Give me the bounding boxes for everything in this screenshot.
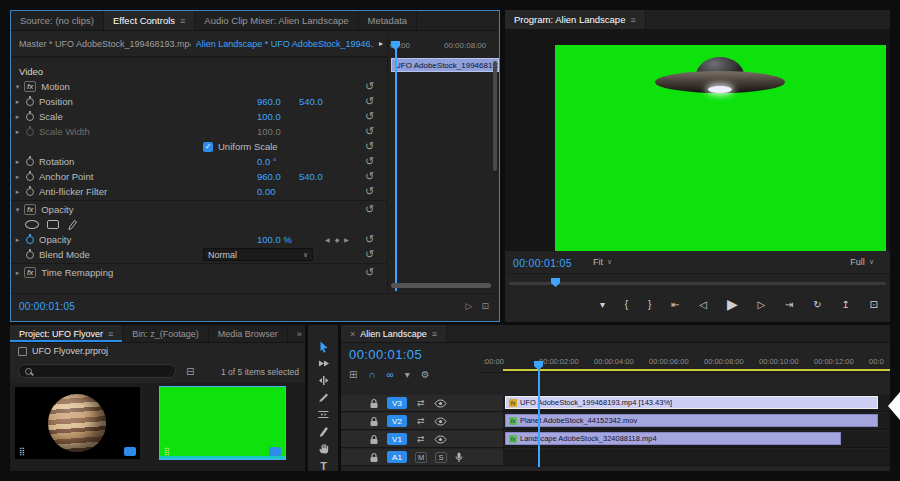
export-frame-icon[interactable]: ⊡ (870, 299, 878, 310)
sequence-clip-label[interactable]: Alien Landscape * UFO AdobeStock_19946..… (196, 39, 374, 49)
tab-sequence[interactable]: × Alien Landscape ≡ (341, 325, 447, 342)
timeline-clip-ufo[interactable]: fx UFO AdobeStock_199468193.mp4 [143.43%… (505, 396, 878, 409)
hand-tool-icon[interactable] (316, 441, 331, 456)
stopwatch-icon[interactable] (26, 158, 34, 166)
twirl-right-icon[interactable]: ▸ (11, 158, 24, 166)
panel-menu-icon[interactable]: ≡ (108, 329, 113, 339)
panel-menu-icon[interactable]: ≡ (630, 15, 635, 25)
tab-overflow-button[interactable]: » (288, 325, 305, 342)
anchor-x-value[interactable]: 960.0 (257, 171, 281, 182)
project-item-greenscreen[interactable]: ⣿ (160, 387, 285, 459)
reset-parameter-icon[interactable]: ↺ (365, 111, 374, 122)
view-options-icon[interactable]: ⊟ (186, 366, 194, 377)
track-badge[interactable]: V3 (387, 397, 407, 409)
next-keyframe-icon[interactable]: ▶ (344, 236, 349, 243)
track-lane[interactable] (503, 449, 890, 466)
lift-icon[interactable]: ↥ (841, 299, 849, 310)
sync-lock-icon[interactable]: ⇄ (417, 434, 425, 444)
blend-mode-select[interactable]: Normal ∨ (203, 248, 313, 261)
twirl-right-icon[interactable]: ▸ (11, 173, 24, 181)
mute-button[interactable]: M (415, 452, 427, 463)
reset-effect-icon[interactable]: ↺ (365, 267, 374, 278)
playback-resolution-select[interactable]: Full ∨ (850, 257, 874, 267)
reset-parameter-icon[interactable]: ↺ (365, 96, 374, 107)
track-lane[interactable]: fx Planet AdobeStock_44152342.mov (503, 413, 890, 430)
prev-keyframe-icon[interactable]: ◀ (325, 236, 330, 243)
tab-effect-controls[interactable]: Effect Controls≡ (104, 11, 195, 30)
track-lane[interactable]: fx Landscape AdobeStock_324088118.mp4 (503, 431, 890, 448)
eye-icon[interactable] (434, 435, 447, 444)
tab-program[interactable]: Program: Alien Landscape ≡ (505, 10, 646, 29)
stopwatch-icon[interactable] (26, 113, 34, 121)
lock-icon[interactable] (369, 416, 379, 427)
work-area-bar[interactable] (503, 369, 890, 371)
tab-audio-clip-mixer[interactable]: Audio Clip Mixer: Alien Landscape (195, 11, 358, 30)
eye-icon[interactable] (434, 417, 447, 426)
add-marker-icon[interactable]: ▾ (405, 369, 410, 380)
playhead-handle[interactable] (551, 278, 560, 287)
reset-parameter-icon[interactable]: ↺ (365, 156, 374, 167)
scale-value[interactable]: 100.0 (257, 111, 281, 122)
reset-effect-icon[interactable]: ↺ (365, 81, 374, 92)
playhead-line[interactable] (538, 369, 540, 467)
position-y-value[interactable]: 540.0 (299, 96, 323, 107)
lock-icon[interactable] (369, 434, 379, 445)
rotation-value[interactable]: 0.0 ° (257, 156, 277, 167)
panel-menu-icon[interactable]: ≡ (180, 16, 185, 26)
collapsed-panel-arrow[interactable] (888, 392, 900, 420)
twirl-right-icon[interactable]: ▸ (11, 113, 24, 121)
tab-metadata[interactable]: Metadata (359, 11, 418, 30)
anti-flicker-value[interactable]: 0.00 (257, 186, 276, 197)
razor-tool-icon[interactable] (316, 390, 331, 405)
twirl-down-icon[interactable]: ▾ (11, 206, 24, 214)
fx-badge-icon[interactable]: fx (24, 204, 36, 215)
reset-parameter-icon[interactable]: ↺ (365, 234, 374, 245)
program-timecode[interactable]: 00:00:01:05 (513, 257, 572, 269)
project-file-row[interactable]: UFO Flyover.prproj (18, 346, 108, 356)
go-to-out-icon[interactable]: ⇥ (785, 299, 793, 310)
twirl-down-icon[interactable]: ▾ (11, 83, 24, 91)
search-box[interactable] (18, 364, 176, 378)
chevron-right-icon[interactable]: ▸ (379, 39, 383, 48)
add-keyframe-icon[interactable]: ◆ (335, 236, 340, 243)
step-forward-icon[interactable]: ▷ (757, 299, 765, 310)
ellipse-mask-icon[interactable] (25, 220, 39, 229)
fx-badge-icon[interactable]: fx (24, 267, 36, 278)
timeline-timecode[interactable]: 00:00:01:05 (349, 347, 422, 362)
vertical-scrollbar[interactable] (493, 61, 497, 171)
twirl-right-icon[interactable]: ▸ (11, 98, 24, 106)
playhead-line[interactable] (395, 49, 397, 291)
twirl-right-icon[interactable]: ▸ (11, 188, 24, 196)
track-lane[interactable]: fx UFO AdobeStock_199468193.mp4 [143.43%… (503, 395, 890, 412)
stopwatch-icon[interactable] (26, 236, 34, 244)
master-clip-label[interactable]: Master * UFO AdobeStock_199468193.mp4 (19, 39, 191, 49)
reset-parameter-icon[interactable]: ↺ (365, 141, 374, 152)
loop-icon[interactable]: ↻ (813, 299, 821, 310)
sync-lock-icon[interactable]: ⇄ (417, 416, 425, 426)
mark-in-icon[interactable]: { (625, 299, 628, 310)
track-badge[interactable]: V2 (387, 415, 407, 427)
rect-mask-icon[interactable] (47, 220, 59, 229)
twirl-right-icon[interactable]: ▸ (11, 236, 24, 244)
timeline-settings-icon[interactable]: ⚙ (421, 369, 430, 380)
av-clip-badge[interactable] (269, 447, 281, 456)
stopwatch-icon[interactable] (26, 251, 34, 259)
tab-media-browser[interactable]: Media Browser (209, 325, 288, 342)
play-button[interactable]: ▶ (727, 296, 738, 312)
opacity-value[interactable]: 100.0 % (257, 234, 292, 245)
position-x-value[interactable]: 960.0 (257, 96, 281, 107)
keyframe-box-icon[interactable]: ⊡ (481, 301, 489, 311)
play-icon[interactable]: ▷ (466, 301, 473, 311)
track-select-forward-tool-icon[interactable] (316, 356, 331, 371)
pen-mask-icon[interactable] (67, 219, 78, 230)
linked-selection-icon[interactable]: ∞ (387, 369, 394, 380)
tab-source[interactable]: Source: (no clips) (11, 11, 104, 30)
stopwatch-icon[interactable] (26, 173, 34, 181)
twirl-right-icon[interactable]: ▸ (11, 269, 24, 277)
nest-icon[interactable]: ⊞ (349, 369, 357, 380)
effect-label[interactable]: Motion (41, 81, 70, 92)
zoom-level-select[interactable]: Fit ∨ (593, 257, 612, 267)
mic-icon[interactable] (455, 452, 463, 463)
close-icon[interactable]: × (350, 329, 355, 339)
sync-lock-icon[interactable]: ⇄ (417, 398, 425, 408)
